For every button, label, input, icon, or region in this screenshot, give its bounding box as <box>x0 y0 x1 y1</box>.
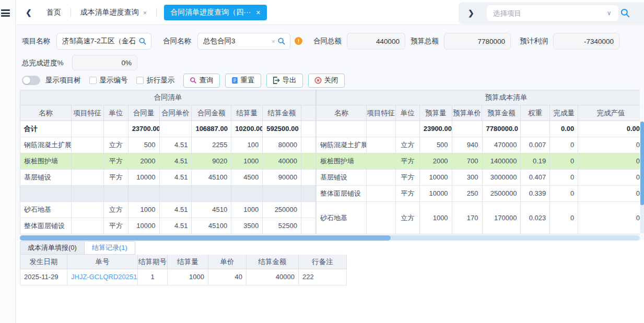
tab-home[interactable]: 首页 <box>37 8 71 17</box>
project-name-input[interactable] <box>57 33 138 49</box>
table-cell: 整体面层铺设 <box>317 186 367 202</box>
table-row[interactable]: 板桩围护墙平方20004.519020100040000 <box>20 153 316 170</box>
vertical-scrollbar-thumb[interactable] <box>640 122 644 205</box>
table-cell <box>301 186 316 202</box>
table-cell: 100 <box>231 137 263 153</box>
profit-value <box>554 33 619 49</box>
table-cell: 立方 <box>104 137 128 153</box>
table-cell <box>72 137 104 153</box>
table-cell <box>521 121 550 137</box>
close-tab-icon[interactable]: × <box>143 9 147 17</box>
column-header: 合同金额 <box>192 105 231 121</box>
reset-button[interactable]: 重置 <box>225 74 261 88</box>
column-header: 行备注 <box>299 255 347 269</box>
table-cell: 45100 <box>192 218 231 234</box>
search-icon <box>190 77 197 84</box>
table-cell: 90000 <box>263 170 301 186</box>
menu-icon[interactable] <box>1 9 10 17</box>
table-cell <box>20 186 72 202</box>
table-cell: 4510 <box>192 202 231 218</box>
table-cell: 平方 <box>104 153 128 170</box>
table-cell: 592500.00 <box>263 121 301 137</box>
table-row[interactable]: 整体面层铺设平方100004.5145100350052500 <box>20 218 316 234</box>
search-icon[interactable] <box>138 37 147 45</box>
table-cell: 0.00 <box>550 121 578 137</box>
table-cell: 0.19 <box>521 153 550 170</box>
budget-total-field <box>444 33 511 50</box>
table-row[interactable] <box>20 186 316 202</box>
profit-label: 预计利润 <box>520 32 548 50</box>
export-button[interactable]: 导出 <box>266 74 303 88</box>
tab-settlement-records[interactable]: 结算记录(1) <box>85 241 135 255</box>
column-header: 预算单价 <box>452 105 483 121</box>
table-cell: 1400000 <box>483 153 521 170</box>
table-cell: 板桩围护墙 <box>20 153 72 170</box>
table-cell: 3000000 <box>483 170 521 186</box>
table-row[interactable]: 砂石地基立方10004.5145101000250000 <box>20 202 316 218</box>
table-row[interactable]: 合计23700.00106887.0010200.00592500.00 <box>20 121 316 137</box>
table-cell <box>104 186 128 202</box>
table-cell: 2255 <box>192 137 231 153</box>
table-cell: 钢筋混凝土扩展基 <box>20 137 72 153</box>
show-project-tree-toggle[interactable] <box>22 76 40 85</box>
document-link[interactable]: JHJZ-GCLQRD20251129 <box>67 269 138 285</box>
table-row[interactable]: 23900.007780000.00.000.00 <box>317 121 640 137</box>
table-cell: 10000 <box>420 170 452 186</box>
total-progress-label: 总完成进度% <box>22 54 64 72</box>
table-cell: 钢筋混凝土扩展基 <box>317 137 367 153</box>
table-row[interactable]: 2025-11-29JHJZ-GCLQRD2025112911000404000… <box>20 269 347 285</box>
show-number-checkbox[interactable] <box>89 77 97 84</box>
table-cell: 40000 <box>247 269 299 285</box>
clear-icon[interactable]: × <box>269 38 277 45</box>
table-row[interactable]: 钢筋混凝土扩展基立方5004.51225510080000 <box>20 137 316 153</box>
horizontal-scrollbar-thumb[interactable] <box>20 235 391 241</box>
table-row[interactable]: 砂石地基立方10001701700000.02300 <box>317 202 640 234</box>
column-header: 名称 <box>20 105 72 121</box>
table-cell: 40000 <box>263 153 301 170</box>
contract-name-input[interactable] <box>198 33 269 49</box>
chevron-down-icon[interactable]: ∨ <box>607 9 612 17</box>
column-header: 结算量 <box>231 105 263 121</box>
budget-total-value <box>444 33 510 49</box>
table-row[interactable]: 整体面层铺设平方1000025025000000.33900 <box>317 186 640 202</box>
tabs-scroll-right-icon[interactable]: ❯ <box>468 9 474 17</box>
column-header: 合同单价 <box>160 105 192 121</box>
project-select-input[interactable] <box>487 5 618 21</box>
table-row[interactable]: 基层铺设平方1000030030000000.40700 <box>317 170 640 186</box>
table-cell: 1000 <box>128 202 160 218</box>
table-cell: 170000 <box>483 202 521 234</box>
grids-viewport: 合同清单 名称项目特征单位合同量合同单价合同金额结算量结算金额 合计23700.… <box>20 90 640 234</box>
wrap-line-checkbox[interactable] <box>136 77 144 84</box>
table-cell: 4.51 <box>160 170 192 186</box>
table-cell <box>301 121 316 137</box>
document-icon <box>231 77 238 84</box>
table-row[interactable]: 钢筋混凝土扩展基立方5009404700000.00700 <box>317 137 640 153</box>
table-cell: 23700.00 <box>128 121 160 137</box>
top-tab-bar: ❮ 首页 成本清单进度查询 × 合同清单进度查询（四··· × ❯ ∨ <box>16 0 644 25</box>
show-project-tree-label: 显示项目树 <box>45 76 81 85</box>
table-cell <box>396 121 420 137</box>
close-button[interactable]: 关闭 <box>308 74 345 88</box>
table-cell: 23900.00 <box>420 121 452 137</box>
contract-name-label: 合同名称 <box>163 32 191 50</box>
column-header: 结算期号 <box>138 255 168 269</box>
table-row[interactable]: 板桩围护墙平方200070014000000.1900 <box>317 153 640 170</box>
table-cell: 500 <box>420 137 452 153</box>
search-icon[interactable] <box>620 8 630 18</box>
query-button[interactable]: 查询 <box>183 74 220 88</box>
search-icon[interactable] <box>277 37 286 45</box>
column-header: 单位 <box>396 105 420 121</box>
close-tab-icon[interactable]: × <box>256 8 260 17</box>
tabs-scroll-left-icon[interactable]: ❮ <box>20 8 37 17</box>
table-row[interactable]: 基层铺设平方100004.5145100450090000 <box>20 170 316 186</box>
tab-separator <box>156 8 157 17</box>
table-cell: 板桩围护墙 <box>317 153 367 170</box>
table-cell: 整体面层铺设 <box>20 218 72 234</box>
export-icon <box>273 77 280 84</box>
tab-contract-list-progress-active[interactable]: 合同清单进度查询（四··· × <box>164 5 266 20</box>
contract-grid-title: 合同清单 <box>20 90 316 105</box>
contract-total-label: 合同总额 <box>313 32 342 50</box>
tab-cost-list-fill[interactable]: 成本清单填报(0) <box>20 241 85 255</box>
tab-cost-list-progress[interactable]: 成本清单进度查询 × <box>71 8 157 17</box>
table-cell: 470000 <box>483 137 521 153</box>
